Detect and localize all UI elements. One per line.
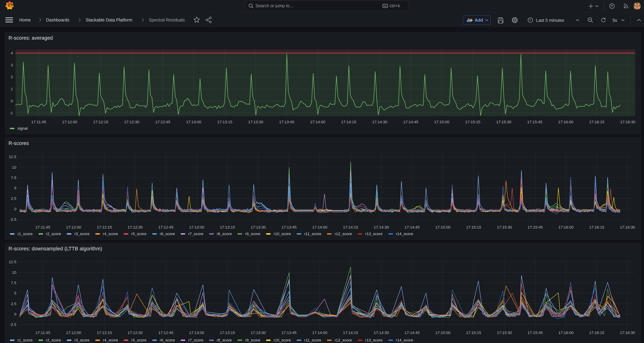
svg-text:1: 1 (11, 87, 13, 91)
svg-text:0: 0 (14, 312, 16, 316)
svg-text:17:12:45: 17:12:45 (158, 225, 174, 229)
svg-text:17:12:30: 17:12:30 (128, 330, 143, 335)
svg-text:17:15:15: 17:15:15 (466, 330, 481, 335)
svg-text:17:14:15: 17:14:15 (343, 330, 358, 335)
svg-text:17:14:00: 17:14:00 (310, 120, 325, 124)
svg-text:17:15:00: 17:15:00 (435, 225, 450, 229)
svg-text:17:12:15: 17:12:15 (93, 120, 108, 124)
svg-text:7.5: 7.5 (11, 176, 16, 180)
svg-text:17:14:00: 17:14:00 (312, 225, 328, 229)
svg-text:-1: -1 (10, 111, 13, 115)
svg-text:17:16:15: 17:16:15 (589, 120, 604, 124)
svg-text:17:15:45: 17:15:45 (528, 330, 543, 335)
svg-text:17:13:00: 17:13:00 (189, 225, 204, 229)
svg-text:17:14:45: 17:14:45 (404, 225, 420, 229)
svg-text:17:16:30: 17:16:30 (620, 330, 635, 335)
svg-text:17:14:45: 17:14:45 (404, 330, 420, 335)
svg-text:17:13:00: 17:13:00 (186, 120, 201, 124)
svg-text:10: 10 (12, 270, 16, 275)
svg-text:17:14:00: 17:14:00 (312, 330, 328, 335)
svg-text:17:13:15: 17:13:15 (220, 225, 235, 229)
svg-text:17:14:30: 17:14:30 (374, 225, 389, 229)
svg-text:17:15:15: 17:15:15 (466, 225, 481, 229)
svg-text:17:12:30: 17:12:30 (124, 120, 140, 124)
svg-text:0: 0 (11, 99, 13, 103)
svg-text:17:15:30: 17:15:30 (496, 120, 511, 124)
svg-text:0: 0 (14, 207, 16, 211)
svg-text:5: 5 (14, 186, 16, 190)
svg-text:17:16:30: 17:16:30 (620, 120, 635, 124)
svg-text:17:12:30: 17:12:30 (128, 225, 143, 229)
svg-text:17:12:00: 17:12:00 (62, 120, 77, 124)
svg-text:17:12:15: 17:12:15 (97, 330, 112, 335)
svg-text:17:16:00: 17:16:00 (558, 330, 574, 335)
svg-text:17:13:00: 17:13:00 (189, 330, 204, 335)
svg-text:-2.5: -2.5 (10, 217, 16, 222)
svg-text:17:16:15: 17:16:15 (589, 330, 604, 335)
svg-text:17:11:45: 17:11:45 (31, 120, 46, 124)
svg-text:17:14:15: 17:14:15 (341, 120, 356, 124)
svg-text:17:12:45: 17:12:45 (158, 330, 174, 335)
svg-text:17:15:45: 17:15:45 (527, 120, 542, 124)
svg-text:17:15:30: 17:15:30 (497, 330, 512, 335)
svg-text:17:15:00: 17:15:00 (435, 330, 450, 335)
svg-text:17:13:45: 17:13:45 (279, 120, 294, 124)
svg-text:-2.5: -2.5 (10, 322, 16, 327)
svg-text:12.5: 12.5 (9, 155, 16, 159)
svg-text:17:13:15: 17:13:15 (220, 330, 235, 335)
svg-text:4: 4 (11, 51, 13, 55)
svg-text:7.5: 7.5 (11, 281, 16, 285)
svg-text:17:15:30: 17:15:30 (497, 225, 512, 229)
svg-text:17:13:45: 17:13:45 (282, 330, 297, 335)
svg-text:17:12:00: 17:12:00 (66, 225, 81, 229)
svg-text:17:13:30: 17:13:30 (251, 330, 266, 335)
svg-text:17:16:30: 17:16:30 (620, 225, 635, 229)
svg-text:17:14:15: 17:14:15 (343, 225, 358, 229)
svg-text:17:13:30: 17:13:30 (248, 120, 264, 124)
svg-text:10: 10 (12, 165, 16, 170)
svg-text:3: 3 (11, 63, 13, 67)
svg-text:17:13:15: 17:13:15 (217, 120, 232, 124)
svg-text:17:11:45: 17:11:45 (36, 225, 50, 229)
svg-text:2.5: 2.5 (11, 302, 16, 306)
svg-text:17:15:15: 17:15:15 (465, 120, 480, 124)
svg-text:17:13:45: 17:13:45 (282, 225, 297, 229)
svg-text:12.5: 12.5 (9, 260, 16, 264)
svg-text:17:13:30: 17:13:30 (251, 225, 266, 229)
svg-text:17:15:00: 17:15:00 (434, 120, 450, 124)
svg-text:17:14:30: 17:14:30 (374, 330, 389, 335)
svg-text:2: 2 (11, 75, 13, 79)
svg-text:17:12:00: 17:12:00 (66, 330, 81, 335)
svg-text:17:11:45: 17:11:45 (36, 330, 50, 335)
svg-text:17:14:30: 17:14:30 (372, 120, 388, 124)
svg-text:5: 5 (14, 291, 16, 295)
svg-text:17:12:15: 17:12:15 (97, 225, 112, 229)
svg-text:17:16:00: 17:16:00 (558, 120, 574, 124)
svg-text:17:14:45: 17:14:45 (403, 120, 418, 124)
svg-text:17:15:45: 17:15:45 (528, 225, 543, 229)
svg-text:17:16:00: 17:16:00 (558, 225, 574, 229)
svg-text:17:12:45: 17:12:45 (155, 120, 170, 124)
svg-text:17:16:15: 17:16:15 (589, 225, 604, 229)
svg-text:2.5: 2.5 (11, 196, 16, 201)
